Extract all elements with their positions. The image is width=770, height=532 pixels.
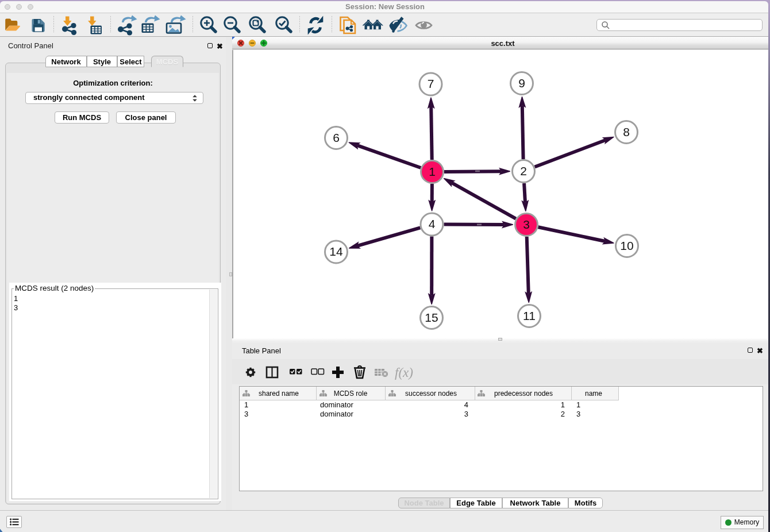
svg-text:9: 9 [518, 76, 525, 90]
svg-text:14: 14 [329, 245, 343, 258]
svg-text:2: 2 [520, 164, 527, 178]
svg-text:7: 7 [428, 77, 434, 90]
svg-text:6: 6 [333, 131, 340, 144]
svg-text:15: 15 [425, 311, 438, 324]
svg-text:8: 8 [623, 125, 630, 138]
svg-text:3: 3 [523, 218, 530, 231]
svg-text:11: 11 [523, 309, 536, 322]
svg-text:10: 10 [620, 239, 633, 252]
svg-text:f(x): f(x) [395, 365, 413, 380]
svg-text:4: 4 [429, 217, 436, 230]
svg-text:1: 1 [429, 165, 436, 178]
